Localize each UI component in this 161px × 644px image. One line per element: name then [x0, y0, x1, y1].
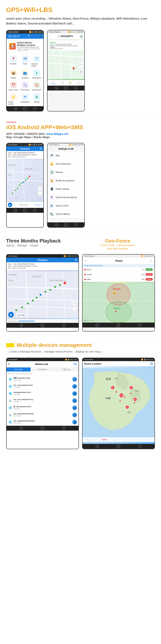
- nav-recent-location[interactable]: ○: [138, 445, 142, 448]
- settings-back-icon[interactable]: ←: [49, 148, 51, 150]
- nav-home-location[interactable]: □: [117, 445, 120, 448]
- svg-text:BaiDu: BaiDu: [102, 438, 107, 440]
- password-arrow-icon: ›: [82, 180, 82, 182]
- push-arrow-icon: ›: [82, 163, 82, 165]
- grid-item-information[interactable]: ℹ Information: [31, 68, 42, 80]
- zoom-out-btn[interactable]: −: [79, 64, 83, 69]
- svg-rect-81: [82, 437, 154, 442]
- nav-recent-pb3[interactable]: ○: [62, 324, 66, 327]
- nav-recent-fence[interactable]: ○: [138, 324, 142, 327]
- grid-item-track[interactable]: 🗺 Track: [19, 54, 30, 68]
- device-list-nav-bar: ◁ □ ○: [6, 426, 78, 430]
- grid-item-attendance[interactable]: 👁 Attendance: [19, 92, 30, 106]
- svg-point-20: [28, 176, 30, 178]
- svg-text:友谊城: 友谊城: [8, 174, 11, 176]
- locate-btn[interactable]: ◎: [79, 69, 83, 74]
- nav-back-pb[interactable]: ◁: [14, 209, 17, 212]
- playback-back-icon[interactable]: ←: [8, 148, 10, 150]
- nav-back-btn2[interactable]: ◁: [55, 86, 58, 90]
- pb3-menu-icon[interactable]: ☰: [75, 258, 77, 261]
- fence-close-btn-school[interactable]: Close: [146, 273, 153, 276]
- settings-item-upload[interactable]: ⬆ Upload interval settings ›: [48, 193, 84, 202]
- grid-item-contacts[interactable]: 👥 contacts: [19, 68, 30, 80]
- nav-home-fence[interactable]: □: [117, 324, 120, 327]
- grid-item-disturb[interactable]: 🚫 Not disturb: [31, 80, 42, 92]
- nav-home-btn[interactable]: □: [24, 107, 27, 110]
- device-list-item[interactable]: 📡 353_4143 [359339075741] 68% 稳上 👤: [6, 397, 78, 404]
- svg-text:12: 12: [120, 394, 122, 396]
- grid-item-position[interactable]: 📍 Position: [8, 54, 19, 68]
- location-refresh-icon[interactable]: 🔄: [150, 362, 153, 365]
- nav-home-settings[interactable]: □: [64, 223, 68, 226]
- nav-recent-btn[interactable]: ○: [33, 107, 36, 110]
- nav-home-pb3[interactable]: □: [41, 324, 44, 327]
- device-back-btn[interactable]: <: [8, 362, 10, 366]
- nav-recent-device[interactable]: ○: [62, 426, 66, 430]
- nav-back-settings[interactable]: ◁: [55, 223, 58, 226]
- svg-point-13: [15, 190, 16, 191]
- grid-item-pickup[interactable]: 📦 Pickup: [8, 68, 19, 80]
- fence-open-btn-home[interactable]: Open: [146, 268, 153, 271]
- section-multi-device: Multiple devices management （ Creat a Ma…: [0, 336, 161, 453]
- device-search-bar[interactable]: 🔍 input account/imei number: [6, 372, 78, 376]
- nav-back-btn[interactable]: ◁: [14, 107, 17, 110]
- nav-recent-settings[interactable]: ○: [74, 223, 77, 226]
- device-list-item[interactable]: 🌐 620_282908[359339075528] 100% 稳上 👤: [6, 418, 78, 426]
- device-all-btn[interactable]: All: [73, 362, 77, 366]
- playback-sub-title: Speed，Mileage，Height: [6, 244, 80, 248]
- play-button[interactable]: ▶: [8, 202, 12, 207]
- device-list-item[interactable]: 🌐 海豹3 [359339075796] 100% 稳上 🐟: [6, 376, 78, 383]
- settings-item-shake[interactable]: 📳 Shake Settings ›: [48, 185, 84, 193]
- device-tab-online[interactable]: Online(997): [30, 368, 54, 372]
- svg-text:深圳市镇湖: 深圳市镇湖: [8, 164, 16, 166]
- playback-zoom-in[interactable]: +: [38, 186, 42, 191]
- upload-icon: ⬆: [50, 195, 54, 200]
- phone2-refresh-icon[interactable]: 🔄: [80, 35, 83, 38]
- playback-zoom-out[interactable]: −: [38, 191, 42, 196]
- nav-home-btn2[interactable]: □: [64, 86, 68, 90]
- device-list-item[interactable]: 🌐 303_4621[359339075746] 75% 稳上 👤: [6, 383, 78, 390]
- device-list-item[interactable]: 🌐 449838[359339075744] 38% 稳上 👤: [6, 390, 78, 397]
- grid-item-setting[interactable]: ⚙ Setting: [31, 92, 42, 106]
- device-tab-all[interactable]: All (1000): [6, 368, 30, 372]
- pb3-progress-bar[interactable]: [18, 321, 73, 322]
- fence-close-btn-office[interactable]: Close: [146, 278, 153, 281]
- grid-item-security[interactable]: 🛡 security scope: [31, 54, 42, 68]
- playback-menu-icon[interactable]: ☰: [40, 147, 42, 150]
- fence-back-icon[interactable]: ←: [84, 259, 88, 263]
- pb3-play-btn[interactable]: ▶: [8, 312, 14, 318]
- nav-home-pb[interactable]: □: [24, 209, 27, 212]
- svg-point-32: [15, 309, 17, 312]
- settings-item-sound[interactable]: 🔊 Sound Control ›: [48, 202, 84, 210]
- pb3-back-icon[interactable]: ←: [8, 259, 10, 261]
- grid-item-find[interactable]: 🔍 Find device: [19, 80, 30, 92]
- phone2-back-icon[interactable]: ←: [49, 35, 51, 38]
- settings-item-callback[interactable]: 📞 Sound Callback ›: [48, 210, 84, 218]
- settings-item-push[interactable]: 🔔 Push Notification ›: [48, 160, 84, 168]
- grid-item-alarm[interactable]: ⏰ Alarm clock: [8, 80, 19, 92]
- fence-check-icon[interactable]: ✓: [150, 259, 152, 263]
- nav-back-location[interactable]: ◁: [96, 445, 99, 448]
- device-tab-offline[interactable]: Offline (3): [54, 368, 78, 372]
- settings-item-refresh[interactable]: 🔄 Refresh ›: [48, 168, 84, 176]
- nav-recent-pb[interactable]: ○: [33, 209, 36, 212]
- device-list-item[interactable]: 📡 620_29682[359339075529] 100% 稳上 👤: [6, 412, 78, 418]
- settings-item-map[interactable]: 🗺 Map ›: [48, 152, 84, 160]
- zoom-in-btn[interactable]: +: [79, 60, 83, 64]
- phone-device-list-mockup: China Mobile 📶 🔋45% 16:46 < Device List …: [6, 358, 79, 449]
- device-list-item[interactable]: 🌐 第一场· [359339075697] 22% 稳上 👤: [6, 404, 78, 412]
- pb3-zoom-out[interactable]: −: [72, 306, 77, 311]
- fence-row-office: office 500 Close: [82, 277, 154, 282]
- svg-point-34: [27, 302, 29, 304]
- nav-recent-btn2[interactable]: ○: [74, 86, 77, 90]
- nav-back-fence[interactable]: ◁: [96, 324, 99, 327]
- phone1-add-icon[interactable]: ➕: [39, 35, 42, 38]
- settings-item-password[interactable]: 🔒 Modify the password ›: [48, 176, 84, 185]
- nav-back-device[interactable]: ◁: [20, 426, 23, 430]
- grid-item-power[interactable]: ⚡ Power saving: [8, 92, 19, 106]
- location-map: 亚洲 蒙古 中华 韩国 福建 12 5 8 3: [82, 366, 154, 444]
- nav-home-device[interactable]: □: [41, 426, 44, 430]
- nav-back-pb3[interactable]: ◁: [20, 324, 23, 327]
- pb3-zoom-in[interactable]: +: [72, 302, 77, 306]
- phone1-search-icon[interactable]: 🔍: [28, 35, 30, 38]
